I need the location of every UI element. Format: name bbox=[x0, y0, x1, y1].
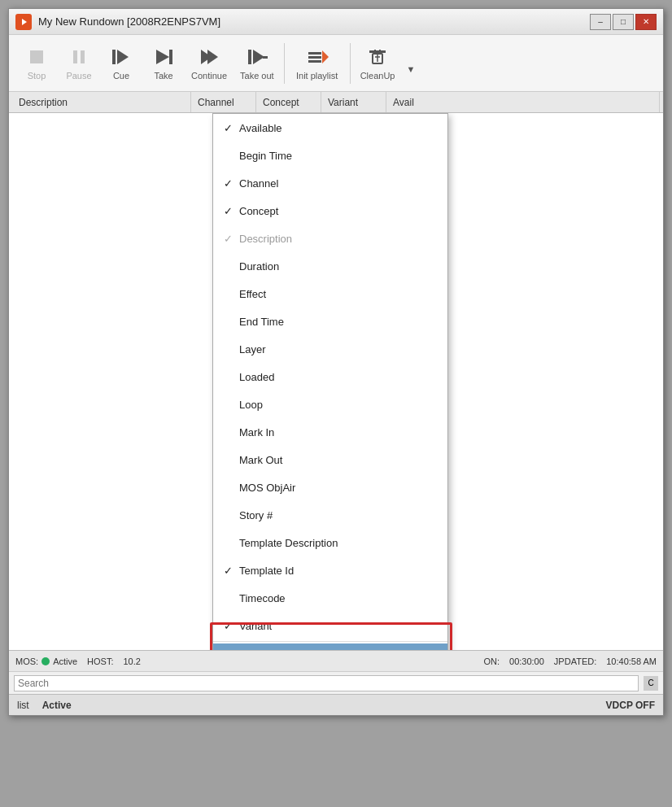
svg-rect-14 bbox=[308, 52, 321, 55]
stop-button[interactable]: Stop bbox=[17, 39, 56, 88]
menu-item-end-time[interactable]: End Time bbox=[213, 308, 447, 335]
check-channel: ✓ bbox=[220, 177, 236, 190]
bottom-status-bar: list Active VDCP OFF bbox=[9, 694, 663, 715]
context-menu: ✓ Available Begin Time ✓ Channel ✓ Conce… bbox=[212, 113, 448, 650]
svg-rect-3 bbox=[73, 50, 77, 63]
check-concept: ✓ bbox=[220, 205, 236, 217]
menu-divider-1 bbox=[213, 641, 447, 642]
svg-marker-12 bbox=[253, 50, 264, 64]
check-description: ✓ bbox=[220, 233, 236, 245]
col-concept: Concept bbox=[256, 92, 321, 112]
menu-item-available[interactable]: ✓ Available bbox=[213, 114, 447, 142]
status-bar: MOS: Active HOST: 10.2 ON: 00:30:00 JPDA… bbox=[9, 650, 663, 671]
continue-button[interactable]: Continue bbox=[186, 39, 232, 88]
mos-status: MOS: Active bbox=[15, 657, 77, 666]
svg-rect-16 bbox=[308, 60, 321, 63]
svg-marker-7 bbox=[156, 50, 169, 64]
check-timecode bbox=[220, 592, 236, 604]
svg-rect-8 bbox=[169, 50, 172, 64]
menu-item-channel[interactable]: ✓ Channel bbox=[213, 169, 447, 197]
take-out-icon bbox=[246, 46, 268, 68]
init-playlist-icon bbox=[306, 46, 329, 68]
menu-item-duration[interactable]: Duration bbox=[213, 252, 447, 280]
col-description: Description bbox=[12, 92, 191, 112]
check-end-time bbox=[220, 316, 236, 328]
minimize-button[interactable]: – bbox=[590, 14, 611, 30]
cue-button[interactable]: Cue bbox=[102, 39, 141, 88]
chevron-down-icon: ▼ bbox=[406, 64, 415, 74]
window-controls: – □ ✕ bbox=[590, 14, 657, 30]
svg-marker-17 bbox=[322, 50, 329, 63]
title-bar: My New Rundown [2008R2ENPS7VM] – □ ✕ bbox=[9, 9, 663, 35]
check-mark-out bbox=[220, 454, 236, 466]
menu-item-story-hash[interactable]: Story # bbox=[213, 501, 447, 529]
maximize-button[interactable]: □ bbox=[613, 14, 634, 30]
check-variant: ✓ bbox=[220, 620, 236, 632]
col-channel: Channel bbox=[191, 92, 256, 112]
search-bar: C bbox=[9, 671, 663, 694]
check-story-hash bbox=[220, 509, 236, 521]
stop-icon bbox=[25, 46, 48, 68]
menu-item-begin-time[interactable]: Begin Time bbox=[213, 142, 447, 169]
duration-label: ON: bbox=[483, 657, 500, 666]
menu-item-mos-objair[interactable]: MOS ObjAir bbox=[213, 473, 447, 501]
svg-marker-6 bbox=[117, 50, 129, 64]
take-out-button[interactable]: Take out bbox=[235, 39, 279, 88]
cleanup-icon bbox=[366, 46, 389, 68]
close-button[interactable]: ✕ bbox=[635, 14, 657, 30]
menu-item-loaded[interactable]: Loaded bbox=[213, 363, 447, 390]
host-value: 10.2 bbox=[124, 657, 141, 666]
svg-rect-13 bbox=[263, 56, 268, 59]
check-mark-in bbox=[220, 426, 236, 438]
svg-rect-15 bbox=[308, 56, 321, 59]
continue-icon bbox=[198, 46, 220, 68]
cue-icon bbox=[110, 46, 133, 68]
check-duration bbox=[220, 260, 236, 273]
search-input[interactable] bbox=[14, 675, 639, 691]
col-avail: Avail bbox=[386, 92, 660, 112]
main-window: My New Rundown [2008R2ENPS7VM] – □ ✕ Sto… bbox=[8, 8, 664, 716]
menu-item-template-description[interactable]: Template Description bbox=[213, 529, 447, 556]
toolbar-separator2 bbox=[350, 43, 351, 84]
menu-item-store-as-default[interactable]: Store as Default bbox=[213, 643, 447, 650]
svg-rect-18 bbox=[369, 50, 386, 53]
pause-button[interactable]: Pause bbox=[59, 39, 98, 88]
svg-rect-5 bbox=[112, 50, 116, 64]
duration-value: 00:30:00 bbox=[509, 657, 544, 666]
check-template-description bbox=[220, 537, 236, 549]
menu-item-loop[interactable]: Loop bbox=[213, 390, 447, 418]
menu-item-description[interactable]: ✓ Description bbox=[213, 225, 447, 252]
menu-item-variant[interactable]: ✓ Variant bbox=[213, 612, 447, 639]
vdcp-status: VDCP OFF bbox=[606, 700, 655, 711]
col-variant: Variant bbox=[321, 92, 386, 112]
svg-marker-10 bbox=[207, 50, 218, 64]
menu-item-timecode[interactable]: Timecode bbox=[213, 584, 447, 612]
toolbar: Stop Pause Cue bbox=[9, 35, 663, 92]
check-effect bbox=[220, 288, 236, 300]
window-title: My New Rundown [2008R2ENPS7VM] bbox=[38, 15, 590, 28]
cleanup-dropdown-arrow[interactable]: ▼ bbox=[403, 39, 418, 88]
check-available: ✓ bbox=[220, 122, 236, 134]
check-loop bbox=[220, 399, 236, 411]
menu-item-effect[interactable]: Effect bbox=[213, 280, 447, 308]
column-headers: Description Channel Concept Variant Avai… bbox=[9, 92, 663, 113]
svg-rect-2 bbox=[30, 50, 43, 63]
toolbar-separator bbox=[284, 43, 285, 84]
menu-item-layer[interactable]: Layer bbox=[213, 335, 447, 363]
check-layer bbox=[220, 343, 236, 356]
svg-rect-11 bbox=[248, 50, 251, 64]
check-mos-objair bbox=[220, 482, 236, 494]
take-icon bbox=[152, 46, 175, 68]
take-button[interactable]: Take bbox=[144, 39, 183, 88]
app-icon bbox=[15, 14, 32, 30]
menu-item-mark-out[interactable]: Mark Out bbox=[213, 446, 447, 473]
menu-item-template-id[interactable]: ✓ Template Id bbox=[213, 556, 447, 584]
menu-item-mark-in[interactable]: Mark In bbox=[213, 418, 447, 446]
search-clear-button[interactable]: C bbox=[644, 676, 658, 691]
list-label: list bbox=[17, 700, 29, 711]
init-playlist-button[interactable]: Init playlist bbox=[290, 39, 345, 88]
host-label: HOST: bbox=[87, 657, 113, 666]
menu-item-concept[interactable]: ✓ Concept bbox=[213, 197, 447, 225]
cleanup-button[interactable]: CleanUp bbox=[356, 39, 400, 88]
check-loaded bbox=[220, 371, 236, 383]
